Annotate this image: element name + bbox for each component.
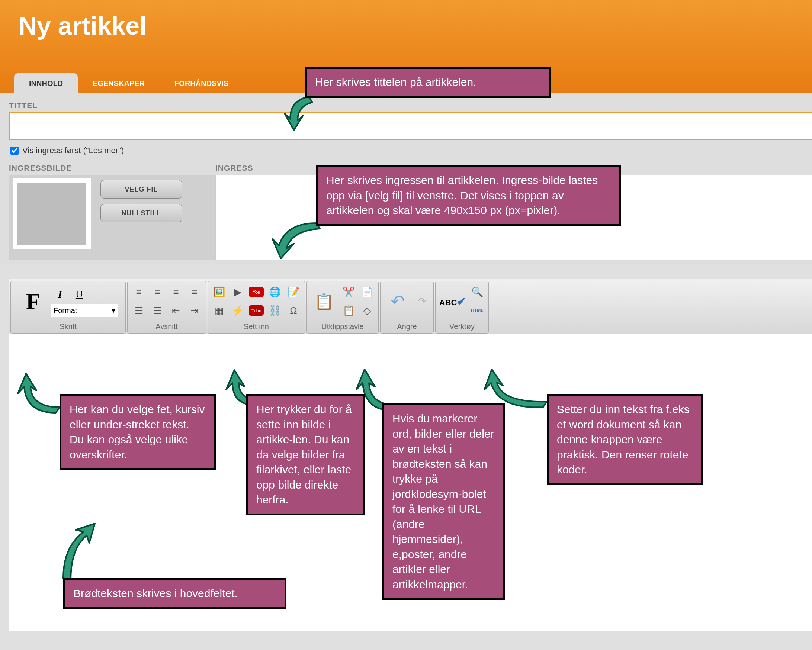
paste-text-button[interactable]: 📋 (340, 302, 357, 319)
redo-button[interactable]: ↷ (413, 292, 431, 310)
undo-button[interactable]: ↶ (383, 286, 412, 316)
velg-fil-button[interactable]: VELG FIL (101, 180, 182, 198)
tittel-label: TITTEL (9, 101, 812, 110)
toolbar-group-verktoy: ABC✔ 🔍 HTML Verktøy (435, 281, 489, 334)
callout-paste: Setter du inn tekst fra f.eks et word do… (547, 394, 703, 485)
format-select[interactable]: Format ▾ (51, 304, 118, 317)
align-left-button[interactable]: ≡ (130, 283, 148, 301)
align-right-button[interactable]: ≡ (167, 283, 185, 301)
tab-innhold[interactable]: INNHOLD (14, 73, 78, 93)
insert-symbol-button[interactable]: Ω (285, 302, 302, 319)
arrow-ingress (268, 220, 324, 265)
tab-egenskaper[interactable]: EGENSKAPER (78, 73, 160, 93)
bullet-list-button[interactable]: ☰ (148, 302, 166, 319)
insert-image-button[interactable]: 🖼️ (210, 283, 228, 301)
tab-forhandsvis[interactable]: FORHÅNDSVIS (160, 73, 244, 93)
tabs: INNHOLD EGENSKAPER FORHÅNDSVIS (14, 73, 244, 93)
align-justify-button[interactable]: ≡ (186, 283, 203, 301)
toolbar-group-avsnitt: ≡ ≡ ≡ ≡ ☰ ☰ ⇤ ⇥ Avsnitt (127, 281, 206, 334)
paste-button[interactable]: 📋 (309, 283, 339, 319)
toolbar-group-utklipp-label: Utklippstavle (309, 320, 376, 333)
chevron-down-icon: ▾ (111, 306, 115, 315)
toolbar-group-angre-label: Angre (383, 320, 431, 333)
callout-skrift: Her kan du velge fet, kursiv eller under… (60, 394, 216, 470)
callout-brodtekst: Brødteksten skrives i hovedfeltet. (63, 578, 286, 609)
callout-lenke: Hvis du markerer ord, bilder eller deler… (382, 403, 505, 600)
html-source-button[interactable]: HTML (468, 302, 486, 319)
unlink-button[interactable]: ⛓️ (266, 302, 284, 319)
toolbar-group-avsnitt-label: Avsnitt (130, 320, 203, 333)
bold-button[interactable]: F (18, 288, 48, 314)
insert-media-button[interactable]: ▶ (229, 283, 247, 301)
callout-ingress: Her skrives ingressen til artikkelen. In… (316, 165, 621, 226)
insert-youtube2-button[interactable]: Tube (247, 302, 265, 319)
page-title: Ny artikkel (18, 11, 812, 40)
erase-format-button[interactable]: ◇ (358, 302, 376, 319)
cut-button[interactable]: ✂️ (340, 283, 357, 301)
insert-anchor-button[interactable]: 📝 (285, 283, 302, 301)
indent-button[interactable]: ⇥ (186, 302, 203, 319)
ingressbilde-thumbnail (13, 179, 91, 249)
insert-youtube-button[interactable]: You (247, 283, 265, 301)
ingressbilde-label: INGRESSBILDE (9, 163, 215, 172)
numbered-list-button[interactable]: ☰ (130, 302, 148, 319)
toolbar-group-verktoy-label: Verktøy (438, 320, 486, 333)
outdent-button[interactable]: ⇤ (167, 302, 185, 319)
toolbar-group-skrift-label: Skrift (13, 320, 123, 333)
toolbar-group-angre: ↶ ↷ Angre (380, 281, 434, 334)
toolbar-group-settinn: 🖼️ ▶ You 🌐 📝 ▦ ⚡ Tube ⛓️ Ω Sett inn (208, 281, 305, 334)
tittel-input[interactable] (9, 112, 812, 140)
vis-ingress-checkbox[interactable] (11, 146, 18, 155)
callout-tittel: Her skrives tittelen på artikkelen. (305, 67, 551, 98)
align-center-button[interactable]: ≡ (148, 283, 166, 301)
editor-toolbar: F I U Format ▾ Skrift ≡ ≡ ≡ ≡ ☰ (9, 279, 812, 334)
toolbar-group-utklipp: 📋 ✂️ 📄 📋 ◇ Utklippstavle (307, 281, 379, 334)
format-select-label: Format (53, 307, 77, 315)
copy-button[interactable]: 📄 (358, 283, 376, 301)
arrow-skrift (15, 372, 67, 422)
nullstill-button[interactable]: NULLSTILL (101, 204, 182, 222)
insert-flash-button[interactable]: ⚡ (229, 302, 247, 319)
arrow-tittel (283, 93, 320, 135)
toolbar-group-skrift: F I U Format ▾ Skrift (11, 281, 126, 334)
toolbar-group-settinn-label: Sett inn (210, 320, 302, 333)
underline-button[interactable]: U (70, 285, 88, 303)
find-button[interactable]: 🔍 (468, 283, 486, 301)
insert-table-button[interactable]: ▦ (210, 302, 228, 319)
italic-button[interactable]: I (51, 285, 69, 303)
insert-link-button[interactable]: 🌐 (266, 283, 284, 301)
vis-ingress-label: Vis ingress først ("Les mer") (22, 146, 124, 156)
spellcheck-button[interactable]: ABC✔ (440, 288, 466, 314)
arrow-brodtekst (54, 520, 99, 585)
callout-bilde: Her trykker du for å sette inn bilde i a… (246, 394, 365, 516)
